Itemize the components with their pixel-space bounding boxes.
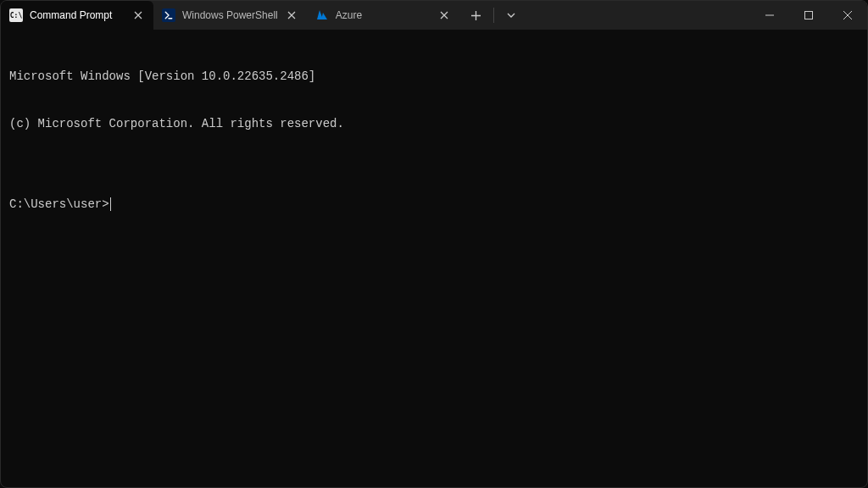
close-icon[interactable] xyxy=(285,8,298,22)
maximize-button[interactable] xyxy=(789,1,828,30)
tab-label: Command Prompt xyxy=(30,9,125,21)
tab-powershell[interactable]: Windows PowerShell xyxy=(153,1,307,30)
terminal-prompt: C:\Users\user> xyxy=(9,197,109,213)
close-icon[interactable] xyxy=(131,8,145,22)
new-tab-button[interactable] xyxy=(465,3,488,27)
tab-command-prompt[interactable]: C:\ Command Prompt xyxy=(1,1,153,30)
tab-label: Azure xyxy=(336,9,431,21)
close-icon[interactable] xyxy=(437,8,451,22)
svg-rect-0 xyxy=(805,12,813,19)
azure-icon xyxy=(315,8,329,22)
tab-label: Windows PowerShell xyxy=(182,9,278,21)
titlebar-drag-area[interactable] xyxy=(523,1,750,30)
window-controls xyxy=(750,1,867,30)
tab-azure[interactable]: Azure xyxy=(307,1,459,30)
tab-actions xyxy=(459,1,523,30)
cmd-icon: C:\ xyxy=(9,8,23,22)
terminal-line: (c) Microsoft Corporation. All rights re… xyxy=(9,116,859,132)
tab-strip: C:\ Command Prompt Windows PowerShell xyxy=(1,1,523,30)
terminal-line: Microsoft Windows [Version 10.0.22635.24… xyxy=(9,69,859,85)
divider xyxy=(493,8,494,23)
titlebar: C:\ Command Prompt Windows PowerShell xyxy=(1,1,867,30)
minimize-button[interactable] xyxy=(750,1,789,30)
text-cursor xyxy=(110,197,111,211)
terminal-prompt-line: C:\Users\user> xyxy=(9,197,859,213)
close-window-button[interactable] xyxy=(828,1,867,30)
powershell-icon xyxy=(162,8,175,22)
tab-dropdown-button[interactable] xyxy=(499,3,523,27)
terminal-body[interactable]: Microsoft Windows [Version 10.0.22635.24… xyxy=(1,30,867,236)
